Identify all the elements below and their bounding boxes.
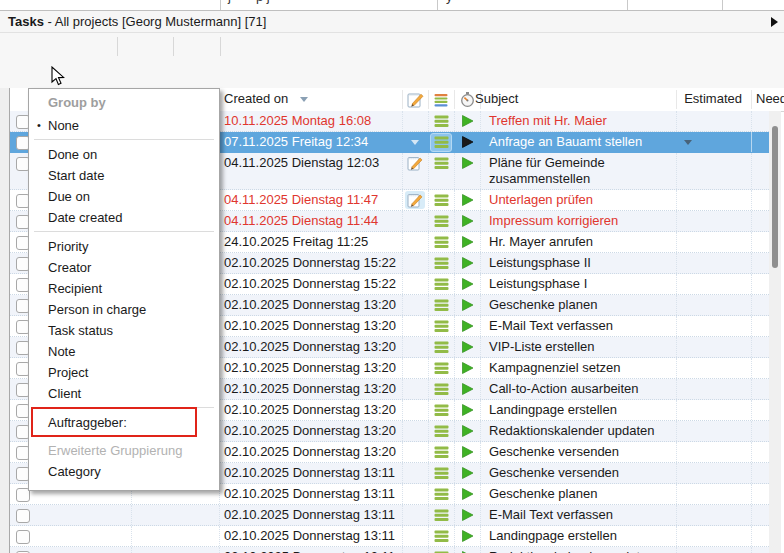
start-timer-icon[interactable]	[454, 211, 480, 231]
menu-item-creator[interactable]: Creator	[29, 257, 219, 278]
clipped-text: p j	[256, 0, 270, 4]
column-estimated[interactable]: Estimated	[676, 88, 742, 110]
estimated-dropdown-icon[interactable]	[684, 140, 692, 145]
row-created-on: 02.10.2025 Donnerstag 13:20	[224, 400, 396, 420]
collapse-arrow-icon[interactable]	[771, 17, 778, 27]
start-timer-icon[interactable]	[454, 505, 480, 525]
note-lines-icon[interactable]	[428, 316, 454, 336]
note-lines-icon[interactable]	[428, 463, 454, 483]
panel-title: Tasks	[8, 14, 44, 29]
menu-item-recipient[interactable]: Recipient	[29, 278, 219, 299]
pencil-icon	[407, 91, 424, 108]
note-lines-icon[interactable]	[428, 232, 454, 252]
note-lines-icon[interactable]	[428, 111, 454, 131]
menu-item-date-created[interactable]: Date created	[29, 207, 219, 228]
row-checkbox[interactable]	[16, 530, 30, 544]
start-timer-icon[interactable]	[454, 358, 480, 378]
menu-item-start-date[interactable]: Start date	[29, 165, 219, 186]
start-timer-icon[interactable]	[454, 316, 480, 336]
start-timer-icon[interactable]	[454, 132, 480, 152]
menu-item-project[interactable]: Project	[29, 362, 219, 383]
note-lines-icon[interactable]	[428, 442, 454, 462]
note-lines-icon[interactable]	[428, 190, 454, 210]
note-lines-icon[interactable]	[428, 274, 454, 294]
column-divider	[751, 153, 753, 189]
menu-item-done-on[interactable]: Done on	[29, 144, 219, 165]
column-divider	[454, 90, 455, 109]
row-dropdown-arrow-icon[interactable]	[402, 132, 428, 152]
column-needed[interactable]: Need	[756, 88, 784, 110]
menu-item-auftraggeber[interactable]: Auftraggeber:	[29, 412, 219, 433]
column-divider	[131, 547, 133, 553]
row-checkbox[interactable]	[16, 509, 30, 523]
toolbar-separator	[173, 37, 174, 56]
note-lines-icon[interactable]	[428, 547, 454, 553]
row-subject: Call-to-Action ausarbeiten	[489, 379, 639, 399]
row-created-on: 02.10.2025 Donnerstag 13:11	[224, 505, 395, 525]
column-divider	[402, 111, 404, 131]
note-lines-icon[interactable]	[428, 421, 454, 441]
scrollbar-thumb[interactable]	[772, 126, 778, 268]
start-timer-icon[interactable]	[454, 526, 480, 546]
start-timer-icon[interactable]	[454, 400, 480, 420]
menu-item-priority[interactable]: Priority	[29, 236, 219, 257]
note-lines-icon[interactable]	[428, 379, 454, 399]
column-divider	[402, 526, 404, 546]
column-created-on[interactable]: Created on	[224, 88, 288, 110]
row-created-on: 02.10.2025 Donnerstag 13:20	[224, 337, 396, 357]
column-divider	[676, 253, 678, 273]
start-timer-icon[interactable]	[454, 274, 480, 294]
column-divider	[480, 295, 482, 315]
start-timer-icon[interactable]	[454, 295, 480, 315]
menu-item-note[interactable]: Note	[29, 341, 219, 362]
column-divider	[676, 379, 678, 399]
column-divider	[131, 526, 133, 546]
vertical-scrollbar[interactable]	[769, 111, 781, 553]
note-lines-icon[interactable]	[428, 505, 454, 525]
start-timer-icon[interactable]	[454, 111, 480, 131]
start-timer-icon[interactable]	[454, 153, 480, 173]
note-lines-icon[interactable]	[428, 337, 454, 357]
column-subject[interactable]: Subject	[475, 88, 518, 110]
column-divider	[751, 211, 753, 231]
start-timer-icon[interactable]	[454, 421, 480, 441]
start-timer-icon[interactable]	[454, 190, 480, 210]
note-lines-icon[interactable]	[428, 211, 454, 231]
column-divider	[480, 253, 482, 273]
note-lines-icon[interactable]	[428, 253, 454, 273]
column-divider	[676, 111, 678, 131]
task-row[interactable]: 02.10.2025 Donnerstag 13:11Landingpage e…	[10, 526, 769, 547]
row-subject: Redaktionskalender updaten	[489, 421, 655, 441]
start-timer-icon[interactable]	[454, 442, 480, 462]
note-lines-icon[interactable]	[428, 153, 454, 173]
row-created-on: 02.10.2025 Donnerstag 15:22	[224, 274, 396, 294]
row-subject: Pläne für Gemeinde zusammenstellen	[489, 155, 674, 187]
start-timer-icon[interactable]	[454, 232, 480, 252]
start-timer-icon[interactable]	[454, 337, 480, 357]
edit-note-icon[interactable]	[402, 190, 428, 210]
note-lines-icon[interactable]	[428, 526, 454, 546]
column-divider	[751, 463, 753, 483]
column-divider	[480, 505, 482, 525]
note-lines-icon[interactable]	[428, 132, 454, 152]
menu-item-client[interactable]: Client	[29, 383, 219, 404]
task-row[interactable]: 02.10.2025 Donnerstag 13:11Redaktionskal…	[10, 547, 769, 553]
column-divider	[402, 463, 404, 483]
menu-item-task-status[interactable]: Task status	[29, 320, 219, 341]
note-lines-icon[interactable]	[428, 400, 454, 420]
task-row[interactable]: 02.10.2025 Donnerstag 13:11E-Mail Text v…	[10, 505, 769, 526]
note-lines-icon[interactable]	[428, 358, 454, 378]
menu-item-none[interactable]: None•	[29, 115, 219, 136]
column-divider	[480, 111, 482, 131]
start-timer-icon[interactable]	[454, 253, 480, 273]
menu-item-category[interactable]: Category	[29, 461, 219, 482]
note-lines-icon[interactable]	[428, 484, 454, 504]
start-timer-icon[interactable]	[454, 463, 480, 483]
start-timer-icon[interactable]	[454, 547, 480, 553]
start-timer-icon[interactable]	[454, 484, 480, 504]
edit-note-icon[interactable]	[402, 153, 428, 173]
start-timer-icon[interactable]	[454, 379, 480, 399]
menu-item-person-in-charge[interactable]: Person in charge	[29, 299, 219, 320]
menu-item-due-on[interactable]: Due on	[29, 186, 219, 207]
note-lines-icon[interactable]	[428, 295, 454, 315]
